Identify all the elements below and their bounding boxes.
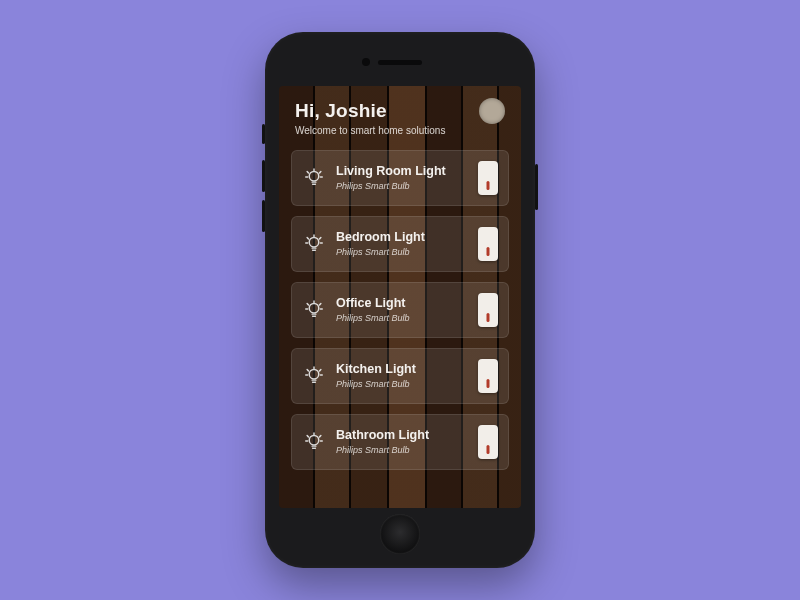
device-card[interactable]: Kitchen Light Philips Smart Bulb [291, 348, 509, 404]
power-toggle[interactable] [478, 161, 498, 195]
mute-switch[interactable] [262, 124, 265, 144]
power-toggle[interactable] [478, 425, 498, 459]
device-name: Living Room Light [336, 165, 468, 179]
greeting-text: Hi, Joshie [295, 100, 505, 122]
device-sub: Philips Smart Bulb [336, 247, 468, 257]
device-list: Living Room Light Philips Smart Bulb Bed… [279, 144, 521, 482]
lightbulb-icon [302, 166, 326, 190]
device-text: Bathroom Light Philips Smart Bulb [336, 429, 468, 455]
svg-point-4 [309, 435, 319, 445]
device-name: Bathroom Light [336, 429, 468, 443]
avatar[interactable] [479, 98, 505, 124]
device-card[interactable]: Bedroom Light Philips Smart Bulb [291, 216, 509, 272]
app-screen: Hi, Joshie Welcome to smart home solutio… [279, 86, 521, 508]
device-sub: Philips Smart Bulb [336, 313, 468, 323]
device-name: Kitchen Light [336, 363, 468, 377]
device-card[interactable]: Bathroom Light Philips Smart Bulb [291, 414, 509, 470]
volume-up-button[interactable] [262, 160, 265, 192]
lightbulb-icon [302, 298, 326, 322]
device-sub: Philips Smart Bulb [336, 445, 468, 455]
svg-point-2 [309, 303, 319, 313]
lightbulb-icon [302, 430, 326, 454]
device-sub: Philips Smart Bulb [336, 181, 468, 191]
header: Hi, Joshie Welcome to smart home solutio… [279, 86, 521, 144]
subtitle-text: Welcome to smart home solutions [295, 125, 505, 136]
device-name: Office Light [336, 297, 468, 311]
device-text: Kitchen Light Philips Smart Bulb [336, 363, 468, 389]
device-text: Living Room Light Philips Smart Bulb [336, 165, 468, 191]
power-toggle[interactable] [478, 293, 498, 327]
volume-down-button[interactable] [262, 200, 265, 232]
lightbulb-icon [302, 364, 326, 388]
power-button[interactable] [535, 164, 538, 210]
device-card[interactable]: Office Light Philips Smart Bulb [291, 282, 509, 338]
phone-frame: Hi, Joshie Welcome to smart home solutio… [265, 32, 535, 568]
power-toggle[interactable] [478, 359, 498, 393]
svg-point-1 [309, 237, 319, 247]
device-card[interactable]: Living Room Light Philips Smart Bulb [291, 150, 509, 206]
svg-point-3 [309, 369, 319, 379]
device-text: Office Light Philips Smart Bulb [336, 297, 468, 323]
power-toggle[interactable] [478, 227, 498, 261]
svg-point-0 [309, 171, 319, 181]
device-text: Bedroom Light Philips Smart Bulb [336, 231, 468, 257]
device-name: Bedroom Light [336, 231, 468, 245]
device-sub: Philips Smart Bulb [336, 379, 468, 389]
home-button[interactable] [380, 514, 420, 554]
lightbulb-icon [302, 232, 326, 256]
